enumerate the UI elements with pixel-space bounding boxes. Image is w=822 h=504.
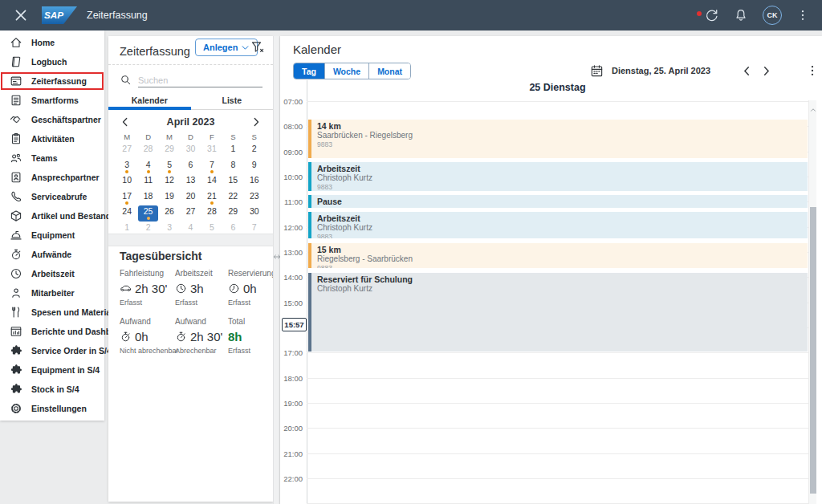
- tab-liste[interactable]: Liste: [191, 91, 274, 109]
- calendar-day[interactable]: 4: [137, 159, 158, 175]
- weekday-label: M: [116, 132, 137, 141]
- sidebar-item-service-order-in-s4[interactable]: Service Order in S/4: [0, 341, 104, 360]
- sidebar-item-equipment[interactable]: Equipment: [0, 226, 104, 245]
- calendar-day[interactable]: 6: [180, 159, 201, 175]
- calendar-event[interactable]: Pause: [308, 195, 808, 208]
- calendar-event[interactable]: ArbeitszeitChristoph Kurtz9883: [308, 162, 808, 191]
- search-icon[interactable]: [120, 74, 132, 86]
- section-separator: [108, 234, 273, 246]
- calendar-day[interactable]: 1: [222, 143, 243, 159]
- panel-splitter[interactable]: [273, 36, 280, 504]
- create-button[interactable]: Anlegen: [195, 39, 258, 56]
- calendar-day[interactable]: 8: [222, 159, 243, 175]
- next-day-icon[interactable]: [760, 65, 772, 77]
- calendar-event[interactable]: Reserviert für SchulungChristoph Kurtz: [308, 273, 808, 352]
- hour-label: 12:00: [280, 222, 303, 231]
- calendar-day[interactable]: 3: [116, 159, 137, 175]
- prev-day-icon[interactable]: [741, 65, 753, 77]
- calendar-day[interactable]: 16: [244, 174, 265, 190]
- sidebar-item-label: Equipment: [31, 230, 75, 240]
- calendar-day[interactable]: 28: [137, 143, 158, 159]
- bell-icon[interactable]: [734, 8, 748, 22]
- calendar-day[interactable]: 21: [201, 190, 222, 206]
- calendar-day[interactable]: 25: [138, 205, 157, 222]
- view-monat-button[interactable]: Monat: [368, 63, 410, 79]
- filter-clear-icon[interactable]: [250, 40, 265, 55]
- hour-line: [307, 453, 808, 454]
- search-input[interactable]: [138, 74, 262, 87]
- vertical-scrollbar[interactable]: [808, 100, 816, 504]
- sidebar-item-arbeitszeit[interactable]: Arbeitszeit: [0, 264, 104, 283]
- sidebar-item-geschaeftspartner[interactable]: Geschäftspartner: [0, 110, 104, 129]
- calendar-day[interactable]: 15: [222, 174, 243, 190]
- handshake-icon: [10, 113, 22, 126]
- calendar-day[interactable]: 5: [159, 159, 180, 175]
- scroll-up-icon[interactable]: [810, 102, 816, 108]
- calendar-day[interactable]: 24: [116, 205, 137, 222]
- calendar-day[interactable]: 29: [159, 143, 180, 159]
- contacts-icon: [10, 171, 22, 184]
- calendar-day[interactable]: 23: [244, 190, 265, 206]
- sidebar-item-equipment-in-s4[interactable]: Equipment in S/4: [0, 360, 104, 380]
- sidebar-item-teams[interactable]: Teams: [0, 148, 104, 168]
- sidebar-item-artikel-und-bestand[interactable]: Artikel und Bestand: [0, 206, 104, 226]
- hour-label: 20:00: [280, 424, 303, 433]
- sidebar-item-einstellungen[interactable]: Einstellungen: [0, 399, 104, 418]
- calendar-event[interactable]: 15 kmRiegelsberg - Saarbrücken9883: [308, 243, 808, 268]
- calendar-day[interactable]: 14: [201, 174, 222, 190]
- overflow-menu-icon[interactable]: [796, 9, 809, 22]
- sidebar-item-zeiterfassung[interactable]: Zeiterfassung: [0, 71, 104, 91]
- date-picker-icon[interactable]: [590, 64, 604, 78]
- close-icon[interactable]: [13, 7, 29, 23]
- hour-label: 09:00: [280, 147, 303, 156]
- person-icon: [10, 287, 22, 299]
- calendar-day[interactable]: 28: [201, 205, 222, 222]
- calendar-day[interactable]: 20: [180, 190, 201, 206]
- calendar-day[interactable]: 19: [159, 190, 180, 206]
- home-icon: [10, 36, 22, 49]
- calendar-day[interactable]: 30: [180, 143, 201, 159]
- calendar-day[interactable]: 17: [116, 190, 137, 206]
- calendar-day[interactable]: 27: [116, 143, 137, 159]
- sidebar-item-label: Artikel und Bestand: [31, 211, 111, 221]
- calendar-day[interactable]: 10: [116, 174, 137, 190]
- sidebar-item-home[interactable]: Home: [0, 33, 104, 52]
- calendar-event[interactable]: ArbeitszeitChristoph Kurtz9883: [308, 212, 808, 238]
- sidebar-item-aufwaende[interactable]: Aufwände: [0, 245, 104, 264]
- prev-month-icon[interactable]: [120, 116, 131, 128]
- sidebar-item-mitarbeiter[interactable]: Mitarbeiter: [0, 283, 104, 303]
- calendar-day[interactable]: 26: [159, 205, 180, 222]
- sidebar-item-smartforms[interactable]: Smartforms: [0, 91, 104, 110]
- sidebar-item-serviceabrufe[interactable]: Serviceabrufe: [0, 187, 104, 206]
- avatar[interactable]: CK: [763, 6, 782, 25]
- calendar-overflow-icon[interactable]: [806, 64, 819, 77]
- sidebar-item-berichte-und-dashboard[interactable]: Berichte und Dashboard: [0, 322, 104, 341]
- sidebar-item-logbuch[interactable]: Logbuch: [0, 52, 104, 71]
- calendar-day[interactable]: 30: [244, 205, 265, 222]
- calendar-day[interactable]: 27: [180, 205, 201, 222]
- sync-icon[interactable]: [704, 8, 719, 23]
- sidebar-item-spesen-und-material[interactable]: Spesen und Material: [0, 303, 104, 322]
- calendar-day[interactable]: 9: [244, 159, 265, 175]
- calendar-day[interactable]: 29: [222, 205, 243, 222]
- calendar-day[interactable]: 22: [222, 190, 243, 206]
- calendar-day[interactable]: 18: [137, 190, 158, 206]
- sidebar-item-stock-in-s4[interactable]: Stock in S/4: [0, 380, 104, 399]
- hour-line: [307, 352, 808, 353]
- view-tag-button[interactable]: Tag: [294, 63, 324, 79]
- calendar-day[interactable]: 13: [180, 174, 201, 190]
- scrollbar-thumb[interactable]: [810, 207, 816, 494]
- hour-label: 22:00: [280, 474, 303, 482]
- calendar-day[interactable]: 2: [244, 143, 265, 159]
- calendar-day[interactable]: 11: [137, 174, 158, 190]
- sidebar-item-ansprechpartner[interactable]: Ansprechpartner: [0, 168, 104, 187]
- tab-kalender[interactable]: Kalender: [108, 91, 191, 109]
- calendar-day[interactable]: 31: [201, 143, 222, 159]
- calendar-event[interactable]: 14 kmSaarbrücken - Riegelsberg9883: [308, 120, 808, 158]
- panel-title: Zeiterfassung: [120, 45, 190, 58]
- calendar-day[interactable]: 12: [159, 174, 180, 190]
- view-woche-button[interactable]: Woche: [324, 63, 368, 79]
- calendar-day[interactable]: 7: [201, 159, 222, 175]
- sidebar-item-aktivitaeten[interactable]: Aktivitäten: [0, 129, 104, 148]
- next-month-icon[interactable]: [250, 116, 262, 128]
